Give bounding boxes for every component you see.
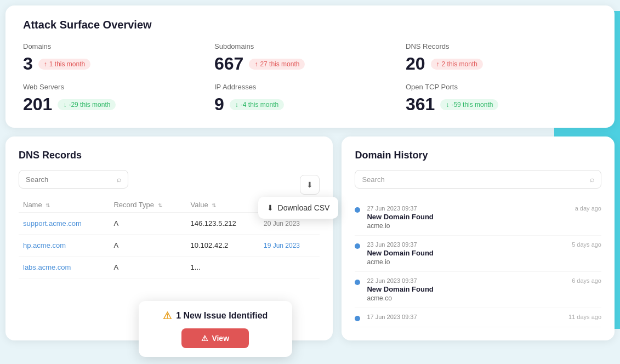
domain-history-title: Domain History: [355, 150, 601, 161]
metrics-grid: Domains 3 ↑ 1 this month Subdomains 667 …: [23, 42, 597, 115]
history-dot: [355, 243, 360, 249]
col-record-type[interactable]: Record Type ⇅: [109, 197, 186, 213]
metric-domains-badge-text: 1 this month: [49, 60, 85, 68]
history-search-bar[interactable]: Search ⌕: [355, 170, 601, 189]
metric-subdomains-label: Subdomains: [214, 42, 406, 50]
metric-tcpports-badge: ↓ -59 this month: [440, 99, 498, 110]
row1-value: 146.123.5.212: [186, 213, 259, 235]
history-date-2: 23 Jun 2023 09:37: [367, 241, 417, 248]
metric-ipaddresses-label: IP Addresses: [214, 83, 406, 91]
history-event-2: New Domain Found: [367, 249, 601, 257]
row3-name[interactable]: labs.acme.com: [19, 257, 109, 278]
download-icon: ⬇: [306, 180, 313, 189]
view-button-label: View: [212, 334, 229, 343]
row2-date: 19 Jun 2023: [259, 235, 320, 257]
col-value[interactable]: Value ⇅: [186, 197, 259, 213]
dns-search-input[interactable]: [26, 175, 112, 184]
list-item: 27 Jun 2023 09:37 a day ago New Domain F…: [355, 200, 601, 236]
history-event-1: New Domain Found: [367, 213, 601, 221]
search-icon-history: ⌕: [590, 175, 594, 184]
metric-dns-label: DNS Records: [406, 42, 597, 50]
view-button[interactable]: ⚠ View: [181, 328, 249, 348]
history-search-text: Search: [362, 175, 384, 184]
metric-subdomains-value: 667: [214, 54, 243, 74]
arrow-up-icon-3: ↑: [436, 60, 440, 68]
view-warning-icon: ⚠: [201, 334, 208, 343]
metric-webservers-value: 201: [23, 94, 52, 115]
metric-dns-value: 20: [406, 54, 425, 74]
metric-dns: DNS Records 20 ↑ 2 this month: [406, 42, 597, 74]
metric-subdomains: Subdomains 667 ↑ 27 this month: [214, 42, 406, 74]
list-item: 22 Jun 2023 09:37 6 days ago New Domain …: [355, 272, 601, 308]
history-date-3: 22 Jun 2023 09:37: [367, 277, 417, 284]
metric-webservers: Web Servers 201 ↓ -29 this month: [23, 83, 214, 115]
history-dot: [355, 280, 360, 285]
history-timeago-3: 6 days ago: [572, 277, 601, 284]
row3-record-type: A: [109, 257, 186, 278]
history-timeago-1: a day ago: [575, 205, 601, 212]
download-csv-dropdown[interactable]: ⬇ Download CSV: [258, 197, 339, 219]
history-timeago-4: 11 days ago: [568, 314, 601, 320]
list-item: 17 Jun 2023 09:37 11 days ago: [355, 308, 601, 327]
metric-subdomains-badge-text: 27 this month: [260, 60, 299, 68]
metric-ipaddresses-badge-text: -4 this month: [241, 101, 278, 109]
table-row: labs.acme.com A 1...: [19, 257, 320, 278]
history-domain-1: acme.io: [367, 222, 601, 230]
sort-icon-value: ⇅: [212, 202, 216, 208]
issue-banner: ⚠ 1 New Issue Identified ⚠ View: [139, 301, 292, 357]
metric-dns-badge-text: 2 this month: [442, 60, 477, 68]
history-list: 27 Jun 2023 09:37 a day ago New Domain F…: [355, 200, 601, 327]
metric-webservers-badge: ↓ -29 this month: [58, 99, 116, 110]
history-date-1: 27 Jun 2023 09:37: [367, 205, 417, 212]
sort-icon-record: ⇅: [158, 202, 162, 208]
metric-tcpports-label: Open TCP Ports: [406, 83, 597, 91]
dns-records-title: DNS Records: [19, 150, 320, 161]
history-timeago-2: 5 days ago: [572, 241, 601, 248]
overview-card: Attack Surface Overview Domains 3 ↑ 1 th…: [5, 5, 615, 128]
history-domain-2: acme.io: [367, 258, 601, 266]
download-button[interactable]: ⬇: [300, 175, 320, 195]
metric-dns-badge: ↑ 2 this month: [431, 59, 483, 70]
metric-domains-badge: ↑ 1 this month: [38, 59, 90, 70]
row2-record-type: A: [109, 235, 186, 257]
history-date-4: 17 Jun 2023 09:37: [367, 314, 417, 320]
metric-ipaddresses: IP Addresses 9 ↓ -4 this month: [214, 83, 406, 115]
sort-icon-name: ⇅: [45, 202, 50, 208]
metric-webservers-label: Web Servers: [23, 83, 214, 91]
row2-name[interactable]: hp.acme.com: [19, 235, 109, 257]
warning-icon: ⚠: [163, 310, 172, 322]
metric-domains-label: Domains: [23, 42, 214, 50]
overview-title: Attack Surface Overview: [23, 19, 597, 31]
row3-date: [259, 257, 320, 278]
arrow-down-icon-2: ↓: [235, 101, 238, 109]
arrow-up-icon-2: ↑: [254, 60, 258, 68]
arrow-down-icon-3: ↓: [446, 101, 449, 109]
history-dot: [355, 207, 360, 213]
row1-name[interactable]: support.acme.com: [19, 213, 109, 235]
row2-value: 10.102.42.2: [186, 235, 259, 257]
metric-domains-value: 3: [23, 54, 33, 74]
issue-text-label: 1 New Issue Identified: [176, 311, 268, 321]
history-dot: [355, 316, 360, 321]
history-event-3: New Domain Found: [367, 285, 601, 293]
bottom-section: DNS Records ⌕ ⬇ ⬇ Download CSV Name ⇅ Re…: [5, 136, 615, 340]
metric-webservers-badge-text: -29 this month: [69, 101, 110, 109]
search-icon: ⌕: [117, 175, 121, 184]
row3-value: 1...: [186, 257, 259, 278]
metric-ipaddresses-badge: ↓ -4 this month: [230, 99, 284, 110]
list-item: 23 Jun 2023 09:37 5 days ago New Domain …: [355, 236, 601, 272]
history-domain-3: acme.co: [367, 294, 601, 302]
metric-domains: Domains 3 ↑ 1 this month: [23, 42, 214, 74]
metric-tcpports-badge-text: -59 this month: [451, 101, 493, 109]
metric-tcpports: Open TCP Ports 361 ↓ -59 this month: [406, 83, 597, 115]
arrow-up-icon: ↑: [44, 60, 47, 68]
col-name[interactable]: Name ⇅: [19, 197, 109, 213]
arrow-down-icon: ↓: [63, 101, 66, 109]
metric-tcpports-value: 361: [406, 94, 435, 115]
metric-subdomains-badge: ↑ 27 this month: [249, 59, 305, 70]
row1-record-type: A: [109, 213, 186, 235]
table-row: hp.acme.com A 10.102.42.2 19 Jun 2023: [19, 235, 320, 257]
dns-search-bar[interactable]: ⌕: [19, 170, 128, 189]
download-csv-icon: ⬇: [267, 203, 274, 212]
download-csv-label: Download CSV: [278, 203, 330, 212]
